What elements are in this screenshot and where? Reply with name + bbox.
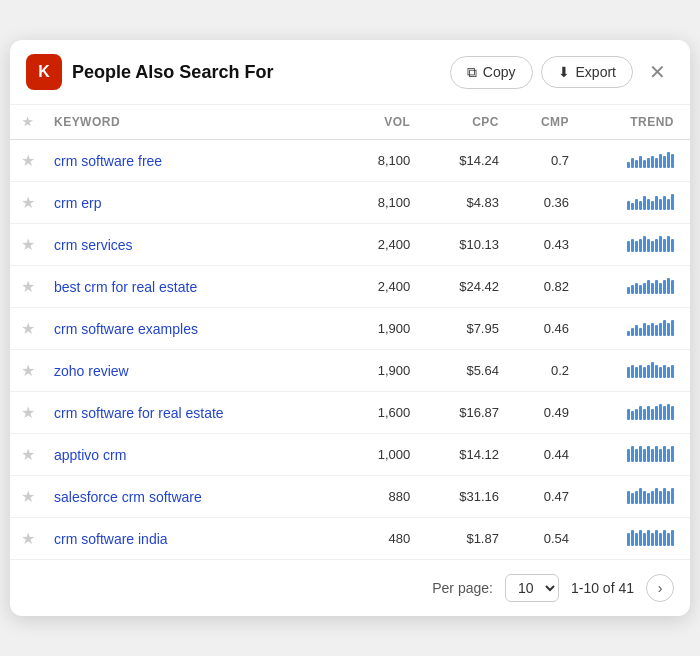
cpc-cell: $1.87	[418, 518, 507, 560]
next-page-button[interactable]: ›	[646, 574, 674, 602]
keyword-cell[interactable]: crm software examples	[46, 308, 341, 350]
table-row: ★crm software free8,100$14.240.7	[10, 140, 690, 182]
cmp-cell: 0.2	[507, 350, 577, 392]
trend-cell	[577, 350, 690, 392]
per-page-label: Per page:	[432, 580, 493, 596]
vol-cell: 480	[341, 518, 418, 560]
widget-container: K People Also Search For ⧉ Copy ⬇ Export…	[10, 40, 690, 616]
vol-cell: 1,000	[341, 434, 418, 476]
trend-cell	[577, 518, 690, 560]
pagination-info: 1-10 of 41	[571, 580, 634, 596]
cpc-cell: $14.12	[418, 434, 507, 476]
copy-icon: ⧉	[467, 64, 477, 81]
cmp-cell: 0.44	[507, 434, 577, 476]
vol-cell: 1,900	[341, 350, 418, 392]
table-header-row: ★ KEYWORD VOL CPC CMP TREND	[10, 105, 690, 140]
table-row: ★apptivo crm1,000$14.120.44	[10, 434, 690, 476]
trend-cell	[577, 140, 690, 182]
col-header-keyword: KEYWORD	[46, 105, 341, 140]
cmp-cell: 0.82	[507, 266, 577, 308]
cpc-cell: $31.16	[418, 476, 507, 518]
col-header-star: ★	[10, 105, 46, 140]
close-button[interactable]: ✕	[641, 58, 674, 86]
copy-button[interactable]: ⧉ Copy	[450, 56, 533, 89]
star-cell[interactable]: ★	[10, 182, 46, 224]
vol-cell: 8,100	[341, 182, 418, 224]
star-header-icon: ★	[22, 115, 33, 129]
footer: Per page: 10 25 50 1-10 of 41 ›	[10, 559, 690, 616]
star-cell[interactable]: ★	[10, 476, 46, 518]
cmp-cell: 0.47	[507, 476, 577, 518]
cpc-cell: $16.87	[418, 392, 507, 434]
star-cell[interactable]: ★	[10, 140, 46, 182]
star-cell[interactable]: ★	[10, 392, 46, 434]
vol-cell: 2,400	[341, 224, 418, 266]
keyword-cell[interactable]: crm software free	[46, 140, 341, 182]
star-cell[interactable]: ★	[10, 266, 46, 308]
logo-icon: K	[26, 54, 62, 90]
vol-cell: 8,100	[341, 140, 418, 182]
page-title: People Also Search For	[72, 62, 273, 83]
trend-bar	[627, 444, 674, 462]
star-cell[interactable]: ★	[10, 308, 46, 350]
cmp-cell: 0.49	[507, 392, 577, 434]
trend-bar	[627, 528, 674, 546]
table-row: ★best crm for real estate2,400$24.420.82	[10, 266, 690, 308]
vol-cell: 880	[341, 476, 418, 518]
keyword-cell[interactable]: crm erp	[46, 182, 341, 224]
trend-bar	[627, 234, 674, 252]
trend-bar	[627, 486, 674, 504]
table-row: ★crm software examples1,900$7.950.46	[10, 308, 690, 350]
header-left: K People Also Search For	[26, 54, 273, 90]
cpc-cell: $10.13	[418, 224, 507, 266]
cpc-cell: $5.64	[418, 350, 507, 392]
keyword-cell[interactable]: zoho review	[46, 350, 341, 392]
keyword-cell[interactable]: apptivo crm	[46, 434, 341, 476]
table-row: ★salesforce crm software880$31.160.47	[10, 476, 690, 518]
trend-bar	[627, 360, 674, 378]
export-button[interactable]: ⬇ Export	[541, 56, 633, 88]
keyword-cell[interactable]: crm software india	[46, 518, 341, 560]
keyword-cell[interactable]: crm software for real estate	[46, 392, 341, 434]
trend-cell	[577, 182, 690, 224]
table-row: ★crm erp8,100$4.830.36	[10, 182, 690, 224]
per-page-select[interactable]: 10 25 50	[505, 574, 559, 602]
cmp-cell: 0.36	[507, 182, 577, 224]
keyword-cell[interactable]: best crm for real estate	[46, 266, 341, 308]
trend-cell	[577, 392, 690, 434]
trend-cell	[577, 224, 690, 266]
table-row: ★crm software for real estate1,600$16.87…	[10, 392, 690, 434]
table-row: ★crm services2,400$10.130.43	[10, 224, 690, 266]
star-cell[interactable]: ★	[10, 224, 46, 266]
export-icon: ⬇	[558, 64, 570, 80]
cpc-cell: $24.42	[418, 266, 507, 308]
cmp-cell: 0.43	[507, 224, 577, 266]
trend-cell	[577, 434, 690, 476]
cpc-cell: $7.95	[418, 308, 507, 350]
keyword-cell[interactable]: crm services	[46, 224, 341, 266]
star-cell[interactable]: ★	[10, 518, 46, 560]
trend-bar	[627, 318, 674, 336]
trend-cell	[577, 476, 690, 518]
copy-label: Copy	[483, 64, 516, 80]
trend-cell	[577, 308, 690, 350]
trend-bar	[627, 150, 674, 168]
trend-bar	[627, 192, 674, 210]
col-header-cmp: CMP	[507, 105, 577, 140]
cpc-cell: $14.24	[418, 140, 507, 182]
vol-cell: 2,400	[341, 266, 418, 308]
header-actions: ⧉ Copy ⬇ Export ✕	[450, 56, 674, 89]
vol-cell: 1,600	[341, 392, 418, 434]
table-row: ★crm software india480$1.870.54	[10, 518, 690, 560]
header: K People Also Search For ⧉ Copy ⬇ Export…	[10, 40, 690, 105]
cmp-cell: 0.54	[507, 518, 577, 560]
col-header-trend: TREND	[577, 105, 690, 140]
trend-bar	[627, 402, 674, 420]
col-header-vol: VOL	[341, 105, 418, 140]
star-cell[interactable]: ★	[10, 350, 46, 392]
star-cell[interactable]: ★	[10, 434, 46, 476]
keyword-cell[interactable]: salesforce crm software	[46, 476, 341, 518]
table-body: ★crm software free8,100$14.240.7★crm erp…	[10, 140, 690, 560]
vol-cell: 1,900	[341, 308, 418, 350]
cmp-cell: 0.7	[507, 140, 577, 182]
